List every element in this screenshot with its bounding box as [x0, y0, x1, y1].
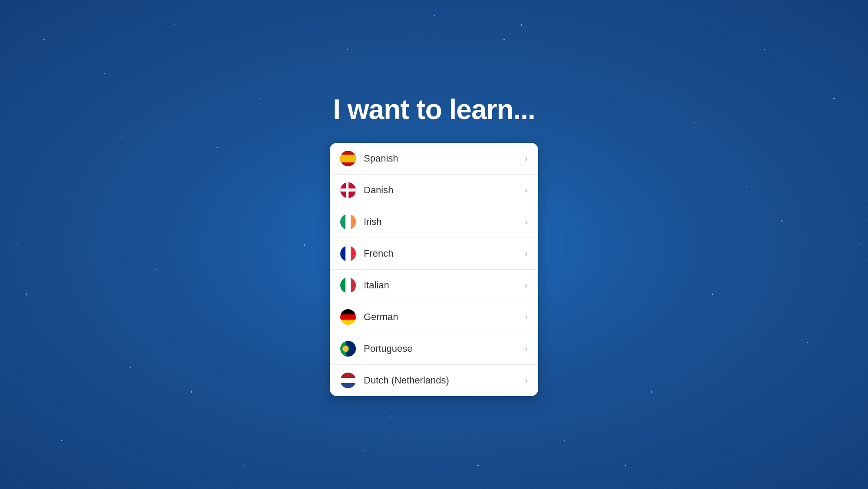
language-item-irish[interactable]: Irish › [330, 206, 538, 238]
language-name-portuguese: Portuguese [364, 343, 525, 354]
star [781, 220, 783, 221]
chevron-icon-italian: › [525, 280, 528, 290]
star [694, 122, 695, 123]
star [851, 416, 852, 416]
star [26, 294, 27, 295]
star [434, 15, 435, 16]
star [156, 269, 157, 270]
star [130, 367, 131, 368]
language-name-german: German [364, 311, 525, 323]
star [260, 98, 261, 99]
star [625, 465, 626, 466]
star [521, 24, 522, 26]
star [217, 147, 218, 148]
flag-danish [340, 182, 356, 198]
chevron-icon-dutch: › [525, 375, 528, 385]
flag-dutch [340, 373, 356, 388]
page-title: I want to learn... [333, 93, 535, 126]
star [17, 244, 18, 245]
language-name-italian: Italian [364, 280, 525, 291]
star [69, 195, 70, 196]
star [365, 450, 365, 451]
star [122, 137, 122, 138]
star [651, 391, 652, 393]
language-name-danish: Danish [364, 185, 525, 196]
language-item-dutch[interactable]: Dutch (Netherlands) › [330, 365, 538, 396]
flag-portuguese [340, 341, 356, 357]
language-item-spanish[interactable]: Spanish › [330, 143, 538, 175]
star [347, 49, 348, 50]
star [61, 440, 62, 441]
star [764, 49, 765, 50]
star [43, 39, 45, 40]
star [564, 440, 565, 441]
flag-italian [340, 278, 356, 293]
star [477, 465, 479, 466]
star [712, 294, 713, 295]
star [807, 342, 808, 343]
flag-german [340, 309, 356, 325]
flag-french [340, 246, 356, 261]
chevron-icon-portuguese: › [525, 344, 528, 354]
chevron-icon-spanish: › [525, 153, 528, 163]
language-name-french: French [364, 248, 525, 259]
language-name-spanish: Spanish [364, 153, 525, 164]
language-name-dutch: Dutch (Netherlands) [364, 375, 525, 386]
chevron-icon-german: › [525, 312, 528, 322]
star [243, 465, 244, 466]
star [391, 416, 391, 416]
star [304, 244, 305, 246]
language-name-irish: Irish [364, 216, 525, 228]
star [859, 244, 860, 245]
star [503, 39, 505, 40]
language-item-french[interactable]: French › [330, 238, 538, 270]
language-item-german[interactable]: German › [330, 301, 538, 333]
star [104, 73, 105, 74]
flag-spanish [340, 151, 356, 166]
chevron-icon-french: › [525, 248, 528, 258]
chevron-icon-irish: › [525, 217, 528, 227]
language-item-italian[interactable]: Italian › [330, 270, 538, 301]
star [833, 98, 835, 99]
language-item-danish[interactable]: Danish › [330, 175, 538, 206]
star [608, 73, 608, 74]
language-item-portuguese[interactable]: Portuguese › [330, 333, 538, 365]
language-list: Spanish › Danish › Irish › French › Ital… [330, 143, 538, 396]
star [191, 391, 192, 393]
star [174, 24, 174, 25]
star [746, 186, 747, 187]
chevron-icon-danish: › [525, 185, 528, 195]
flag-irish [340, 214, 356, 230]
